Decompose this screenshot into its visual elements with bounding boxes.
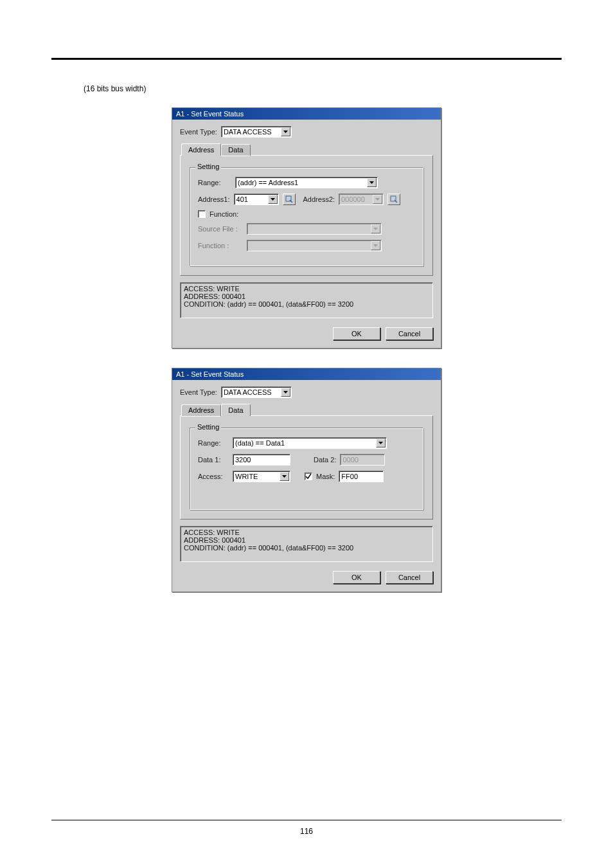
page-top-rule (51, 58, 562, 60)
ok-button[interactable]: OK (333, 327, 380, 340)
chevron-down-icon (371, 241, 380, 250)
mask-checkbox[interactable] (305, 473, 312, 480)
group-setting: Setting Range: (data) == Data1 D (190, 428, 423, 510)
data2-field: 0000 (340, 454, 385, 466)
chevron-down-icon[interactable] (281, 388, 290, 397)
ok-button[interactable]: OK (333, 571, 380, 584)
range-value: (data) == Data1 (235, 439, 285, 447)
event-type-value: DATA ACCESS (224, 128, 272, 136)
svg-marker-2 (271, 198, 275, 201)
data1-label: Data 1: (198, 456, 229, 464)
tab-address[interactable]: Address (181, 143, 221, 156)
svg-marker-1 (369, 181, 374, 184)
info-line1: ACCESS: WRITE (184, 285, 240, 293)
address1-label: Address1: (198, 195, 230, 203)
svg-marker-9 (373, 244, 378, 247)
event-type-label: Event Type: (180, 388, 217, 396)
svg-marker-10 (283, 391, 288, 393)
tabstrip: Address Data (181, 143, 433, 155)
chevron-down-icon[interactable] (376, 439, 386, 448)
function-checkbox[interactable] (198, 210, 206, 218)
function-check-label: Function: (209, 210, 238, 218)
address2-label: Address2: (303, 195, 335, 203)
range-value: (addr) == Address1 (238, 179, 298, 186)
address2-field: 000000 (339, 194, 384, 205)
chevron-down-icon[interactable] (367, 178, 377, 187)
data1-field[interactable]: 3200 (233, 454, 290, 466)
tab-pane-address: Setting Range: (addr) == Address1 (180, 155, 433, 276)
data1-value: 3200 (235, 456, 251, 464)
range-combo[interactable]: (data) == Data1 (233, 437, 387, 449)
svg-marker-5 (375, 198, 380, 201)
info-line2: ADDRESS: 000401 (184, 536, 245, 544)
dialog-set-event-status-address: A1 - Set Event Status Event Type: DATA A… (172, 107, 441, 348)
function-combo (247, 240, 382, 251)
lookup-icon[interactable] (387, 194, 400, 205)
cancel-button[interactable]: Cancel (386, 327, 433, 340)
access-combo[interactable]: WRITE (233, 471, 290, 482)
address2-value: 000000 (341, 195, 365, 203)
tab-data[interactable]: Data (221, 404, 250, 416)
chevron-down-icon (371, 224, 380, 233)
tab-pane-data: Setting Range: (data) == Data1 D (180, 415, 433, 520)
event-type-value: DATA ACCESS (224, 388, 272, 396)
chevron-down-icon[interactable] (268, 195, 278, 204)
svg-marker-8 (373, 228, 378, 230)
group-label: Setting (195, 423, 221, 431)
data2-label: Data 2: (314, 456, 336, 464)
info-line3: CONDITION: (addr) == 000401, (data&FF00)… (184, 544, 353, 552)
group-setting: Setting Range: (addr) == Address1 (190, 167, 423, 266)
mask-label: Mask: (316, 473, 335, 480)
mask-value: FF00 (341, 473, 358, 480)
event-type-combo[interactable]: DATA ACCESS (221, 126, 292, 138)
page-number: 116 (51, 827, 562, 836)
address1-field[interactable]: 401 (234, 194, 279, 205)
dialog-titlebar: A1 - Set Event Status (172, 368, 441, 380)
mask-field[interactable]: FF00 (339, 471, 384, 482)
info-line1: ACCESS: WRITE (184, 529, 240, 536)
address1-value: 401 (236, 195, 248, 203)
lookup-icon[interactable] (283, 194, 296, 205)
event-type-combo[interactable]: DATA ACCESS (221, 386, 292, 398)
dialog-titlebar: A1 - Set Event Status (172, 108, 441, 120)
status-info-box: ACCESS: WRITE ADDRESS: 000401 CONDITION:… (180, 282, 433, 318)
dialog-set-event-status-data: A1 - Set Event Status Event Type: DATA A… (172, 368, 441, 592)
page-bottom-rule (51, 820, 562, 820)
access-value: WRITE (235, 473, 258, 480)
source-file-label: Source File : (198, 225, 243, 233)
info-line2: ADDRESS: 000401 (184, 293, 245, 300)
group-label: Setting (195, 163, 221, 170)
tab-address[interactable]: Address (181, 404, 221, 417)
chevron-down-icon[interactable] (281, 127, 290, 136)
tabstrip: Address Data (181, 403, 433, 415)
function-label: Function : (198, 242, 243, 249)
access-label: Access: (198, 473, 229, 480)
data2-value: 0000 (342, 456, 358, 464)
range-combo[interactable]: (addr) == Address1 (235, 177, 378, 188)
cancel-button[interactable]: Cancel (386, 571, 433, 584)
status-info-box: ACCESS: WRITE ADDRESS: 000401 CONDITION:… (180, 526, 433, 562)
caption-text: (16 bits bus width) (84, 84, 562, 93)
svg-marker-11 (378, 442, 383, 444)
range-label: Range: (198, 439, 229, 447)
info-line3: CONDITION: (addr) == 000401, (data&FF00)… (184, 300, 353, 308)
svg-marker-0 (283, 131, 288, 133)
chevron-down-icon[interactable] (280, 472, 289, 481)
event-type-label: Event Type: (180, 128, 217, 136)
source-file-combo (247, 223, 382, 235)
svg-marker-12 (282, 475, 287, 478)
chevron-down-icon (373, 195, 382, 204)
tab-data[interactable]: Data (221, 144, 250, 156)
range-label: Range: (198, 179, 231, 186)
